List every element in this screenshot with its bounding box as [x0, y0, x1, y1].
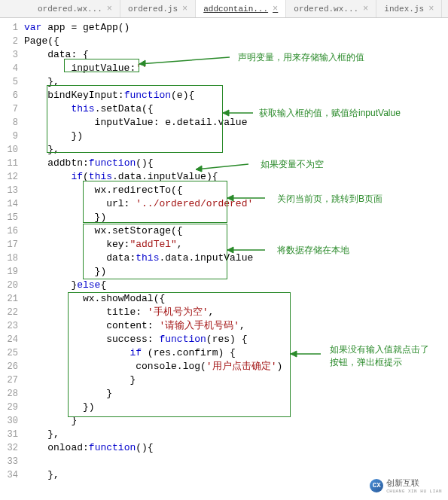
line-number: 9	[0, 130, 24, 143]
code-line[interactable]: content: '请输入手机号码',	[24, 319, 448, 333]
code-line[interactable]: }	[24, 387, 448, 401]
code-line[interactable]: },	[24, 428, 448, 441]
watermark: CX 创新互联 CHUANG XIN HU LIAN	[370, 477, 442, 494]
code-line[interactable]: Page({	[24, 35, 448, 48]
line-number: 10	[0, 143, 24, 157]
code-line[interactable]: title: '手机号为空',	[24, 306, 448, 319]
code-line[interactable]: bindKeyInput:function(e){	[24, 89, 448, 102]
line-gutter: 1234567891011121314151617181920212223242…	[0, 18, 24, 482]
code-line[interactable]: }else{	[24, 279, 448, 292]
tab-ordered-js[interactable]: ordered.js×	[120, 0, 196, 17]
line-number: 11	[0, 157, 24, 170]
code-line[interactable]: wx.setStorage({	[24, 224, 448, 238]
line-number: 24	[0, 333, 24, 346]
line-number: 18	[0, 252, 24, 265]
code-line[interactable]: }	[24, 414, 448, 428]
code-line[interactable]: })	[24, 401, 448, 414]
arrow-icon	[227, 242, 273, 258]
line-number: 34	[0, 468, 24, 482]
line-number: 23	[0, 319, 24, 333]
line-number: 13	[0, 184, 24, 197]
line-number: 33	[0, 455, 24, 468]
line-number: 1	[0, 21, 24, 35]
code-line[interactable]: var app = getApp()	[24, 21, 448, 35]
line-number: 3	[0, 48, 24, 62]
anno-text-modal-line1: 如果没有输入值就点击了	[330, 343, 429, 356]
line-number: 17	[0, 238, 24, 252]
code-line[interactable]: })	[24, 211, 448, 224]
line-number: 7	[0, 102, 24, 116]
code-line[interactable]: onload:function(){	[24, 441, 448, 455]
line-number: 4	[0, 62, 24, 75]
line-number: 22	[0, 306, 24, 319]
arrow-icon	[227, 191, 273, 206]
tab-ordered-wx-2[interactable]: ordered.wx...×	[286, 0, 376, 17]
line-number: 5	[0, 75, 24, 89]
code-line[interactable]: }	[24, 373, 448, 387]
code-editor[interactable]: 1234567891011121314151617181920212223242…	[0, 18, 448, 482]
anno-text-storage: 将数据存储在本地	[277, 244, 349, 257]
line-number: 14	[0, 197, 24, 211]
line-number: 2	[0, 35, 24, 48]
close-icon[interactable]: ×	[273, 4, 278, 14]
line-number: 25	[0, 346, 24, 360]
tab-addcontain[interactable]: addcontain...×	[196, 0, 286, 17]
code-line[interactable]: wx.showModal({	[24, 292, 448, 306]
line-number: 16	[0, 224, 24, 238]
line-number: 29	[0, 401, 24, 414]
line-number: 6	[0, 89, 24, 102]
line-number: 27	[0, 373, 24, 387]
close-icon[interactable]: ×	[428, 4, 434, 14]
line-number: 15	[0, 211, 24, 224]
line-number: 30	[0, 414, 24, 428]
line-number: 31	[0, 428, 24, 441]
arrow-icon	[139, 53, 237, 68]
anno-text-modal: 如果没有输入值就点击了 按钮，弹出框提示	[330, 343, 429, 369]
watermark-brand: 创新互联	[386, 477, 442, 489]
anno-text-redirect: 关闭当前页，跳转到B页面	[277, 193, 382, 206]
line-number: 19	[0, 265, 24, 279]
anno-text-declare: 声明变量，用来存储输入框的值	[238, 51, 364, 64]
watermark-sub: CHUANG XIN HU LIAN	[386, 489, 442, 494]
code-line[interactable]	[24, 455, 448, 468]
anno-text-getvalue: 获取输入框的值，赋值给inputValue	[259, 107, 401, 120]
close-icon[interactable]: ×	[107, 4, 112, 14]
line-number: 21	[0, 292, 24, 306]
arrow-icon	[223, 105, 258, 120]
tab-ordered-wx-1[interactable]: ordered.wx...×	[30, 0, 120, 17]
code-line[interactable]: })	[24, 130, 448, 143]
line-number: 32	[0, 441, 24, 455]
close-icon[interactable]: ×	[182, 4, 187, 14]
close-icon[interactable]: ×	[363, 4, 368, 14]
code-line[interactable]: })	[24, 265, 448, 279]
anno-text-notempty: 如果变量不为空	[261, 158, 324, 171]
line-number: 28	[0, 387, 24, 401]
tab-index-js[interactable]: index.js×	[376, 0, 442, 17]
logo-icon: CX	[370, 479, 383, 492]
line-number: 8	[0, 116, 24, 130]
line-number: 20	[0, 279, 24, 292]
line-number: 26	[0, 360, 24, 373]
code-line[interactable]: },	[24, 75, 448, 89]
line-number: 12	[0, 170, 24, 184]
code-line[interactable]: },	[24, 143, 448, 157]
arrow-icon	[196, 158, 256, 173]
arrow-icon	[291, 346, 328, 361]
tab-bar: ordered.wx...× ordered.js× addcontain...…	[0, 0, 448, 18]
anno-text-modal-line2: 按钮，弹出框提示	[330, 356, 429, 369]
